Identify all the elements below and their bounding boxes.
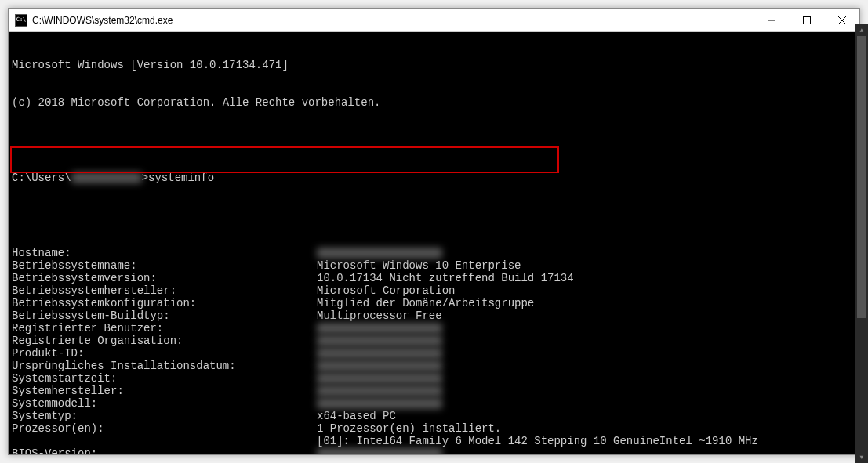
info-value: Mitglied der Domäne/Arbeitsgruppe <box>317 297 856 309</box>
scrollbar-thumb[interactable] <box>857 36 866 318</box>
redacted-text <box>317 385 442 396</box>
info-key: Betriebssystem-Buildtyp: <box>12 309 317 322</box>
info-key: Produkt-ID: <box>12 347 317 360</box>
info-key: Prozessor(en): <box>12 422 317 435</box>
info-key: Betriebssystemhersteller: <box>12 284 317 297</box>
info-key: Registrierter Benutzer: <box>12 322 317 335</box>
info-line: Betriebssystemkonfiguration:Mitglied der… <box>12 297 856 309</box>
console-line: (c) 2018 Microsoft Corporation. Alle Rec… <box>12 96 856 109</box>
info-line: Produkt-ID: <box>12 347 856 360</box>
console-line <box>12 209 856 222</box>
redacted-text <box>317 398 442 409</box>
info-line: BIOS-Version: <box>12 447 856 454</box>
console-line: Microsoft Windows [Version 10.0.17134.47… <box>12 59 856 71</box>
info-key: Hostname: <box>12 247 317 259</box>
info-line: Betriebssystem-Buildtyp:Multiprocessor F… <box>12 309 856 322</box>
redacted-text <box>317 335 442 346</box>
redacted-text <box>317 360 442 371</box>
console-line <box>12 134 856 146</box>
minimize-button[interactable] <box>754 9 789 32</box>
prompt-line: C:\Users\>systeminfo <box>12 172 856 184</box>
maximize-button[interactable] <box>789 9 824 32</box>
info-key: Betriebssystemkonfiguration: <box>12 297 317 309</box>
info-line: Ursprüngliches Installationsdatum: <box>12 360 856 372</box>
info-key: Systemhersteller: <box>12 385 317 397</box>
redacted-text <box>317 323 442 334</box>
info-value: Microsoft Windows 10 Enterprise <box>317 259 856 272</box>
info-line: Systemtyp:x64-based PC <box>12 410 856 422</box>
scrollbar-down-icon[interactable]: ▼ <box>855 450 868 463</box>
scrollbar[interactable]: ▲ ▼ <box>855 24 868 463</box>
close-button[interactable] <box>824 9 859 32</box>
highlight-box <box>10 146 559 173</box>
cmd-icon: C:\ <box>15 14 27 27</box>
info-key: Systemstartzeit: <box>12 372 317 385</box>
titlebar[interactable]: C:\ C:\WINDOWS\system32\cmd.exe <box>9 9 859 32</box>
info-key: Systemmodell: <box>12 397 317 410</box>
info-line: Registrierte Organisation: <box>12 335 856 347</box>
console-area[interactable]: Microsoft Windows [Version 10.0.17134.47… <box>9 32 859 454</box>
info-key: Ursprüngliches Installationsdatum: <box>12 360 317 372</box>
info-key: BIOS-Version: <box>12 447 317 454</box>
info-value: 1 Prozessor(en) installiert. <box>317 422 856 435</box>
redacted-text <box>71 172 142 183</box>
info-line: Betriebssystemversion:10.0.17134 Nicht z… <box>12 272 856 284</box>
info-value: 10.0.17134 Nicht zutreffend Build 17134 <box>317 272 856 284</box>
redacted-text <box>317 448 442 454</box>
info-value: x64-based PC <box>317 410 856 422</box>
info-line: Systemstartzeit: <box>12 372 856 385</box>
redacted-text <box>317 348 442 359</box>
info-line: Prozessor(en):1 Prozessor(en) installier… <box>12 422 856 435</box>
svg-rect-1 <box>803 16 810 24</box>
info-line: Betriebssystemhersteller:Microsoft Corpo… <box>12 284 856 297</box>
redacted-text <box>317 248 442 259</box>
scrollbar-up-icon[interactable]: ▲ <box>855 24 868 36</box>
info-value: Multiprocessor Free <box>317 309 856 322</box>
info-line: Systemhersteller: <box>12 385 856 397</box>
info-key: Systemtyp: <box>12 410 317 422</box>
info-line: [01]: Intel64 Family 6 Model 142 Steppin… <box>12 435 856 447</box>
info-value: [01]: Intel64 Family 6 Model 142 Steppin… <box>12 435 758 447</box>
info-line: Betriebssystemname:Microsoft Windows 10 … <box>12 259 856 272</box>
cmd-window: C:\ C:\WINDOWS\system32\cmd.exe Microsof… <box>8 8 860 455</box>
window-title: C:\WINDOWS\system32\cmd.exe <box>32 15 754 26</box>
info-key: Betriebssystemname: <box>12 259 317 272</box>
redacted-text <box>317 373 442 384</box>
info-value: Microsoft Corporation <box>317 284 856 297</box>
info-line: Systemmodell: <box>12 397 856 410</box>
info-key: Registrierte Organisation: <box>12 335 317 347</box>
info-line: Hostname: <box>12 247 856 259</box>
info-key: Betriebssystemversion: <box>12 272 317 284</box>
info-line: Registrierter Benutzer: <box>12 322 856 335</box>
